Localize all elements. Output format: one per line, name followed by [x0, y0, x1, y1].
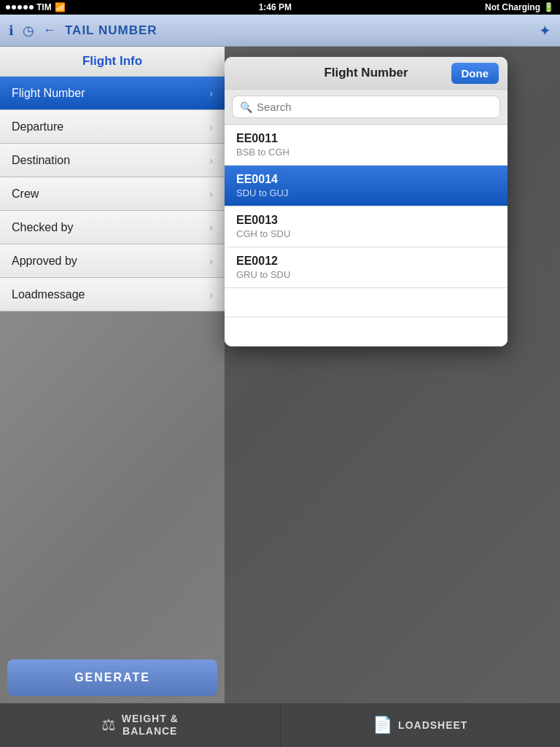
battery-icon: 🔋: [543, 2, 554, 12]
nav-bar: ℹ ◷ ← TAIL NUMBER ✦: [0, 15, 560, 47]
menu-item-approved-by[interactable]: Approved by ›: [0, 244, 225, 278]
modal-header: Flight Number Done: [225, 57, 508, 90]
sun-icon[interactable]: ✦: [539, 22, 551, 39]
chevron-right-icon: ›: [209, 155, 213, 166]
status-left: TIM 📶: [6, 2, 66, 12]
search-icon: 🔍: [240, 101, 252, 113]
chevron-right-icon: ›: [209, 255, 213, 267]
flight-item-ee0013[interactable]: EE0013 CGH to SDU: [225, 206, 508, 247]
menu-item-crew[interactable]: Crew ›: [0, 177, 225, 211]
chevron-right-icon: ›: [209, 88, 213, 99]
modal-title: Flight Number: [324, 66, 408, 80]
tab-loadsheet-label: LOADSHEET: [398, 719, 467, 732]
tab-loadsheet[interactable]: 📄 LOADSHEET: [281, 703, 561, 747]
menu-item-label: Destination: [12, 154, 70, 167]
flight-number: EE0013: [236, 214, 496, 227]
menu-item-departure[interactable]: Departure ›: [0, 110, 225, 144]
wifi-icon: 📶: [55, 2, 66, 12]
menu-item-destination[interactable]: Destination ›: [0, 144, 225, 177]
flight-info-title: Flight Info: [82, 54, 142, 68]
tab-bar: ⚖ WEIGHT &BALANCE 📄 LOADSHEET: [0, 703, 560, 747]
clock-icon[interactable]: ◷: [23, 23, 34, 39]
carrier-label: TIM: [36, 2, 52, 12]
battery-label: Not Charging: [485, 2, 540, 12]
flight-route: CGH to SDU: [236, 228, 496, 239]
generate-button[interactable]: GENERATE: [7, 659, 217, 696]
chevron-right-icon: ›: [209, 289, 213, 301]
menu-item-loadmessage[interactable]: Loadmessage ›: [0, 278, 225, 311]
flight-number: EE0011: [236, 132, 496, 145]
nav-title: TAIL NUMBER: [65, 23, 158, 38]
status-bar: TIM 📶 1:46 PM Not Charging 🔋: [0, 0, 560, 15]
main-content: Flight Info Flight Number › Departure › …: [0, 47, 560, 703]
chevron-right-icon: ›: [209, 188, 213, 200]
menu-list: Flight Number › Departure › Destination …: [0, 77, 225, 652]
left-panel: Flight Info Flight Number › Departure › …: [0, 47, 225, 703]
modal-search: 🔍: [225, 90, 508, 124]
menu-item-flight-number[interactable]: Flight Number ›: [0, 77, 225, 110]
flight-item-ee0011[interactable]: EE0011 BSB to CGH: [225, 125, 508, 166]
info-icon[interactable]: ℹ: [9, 23, 14, 39]
flight-list: EE0011 BSB to CGH EE0014 SDU to GUJ EE00…: [225, 124, 508, 347]
menu-item-label: Checked by: [12, 221, 74, 234]
flight-number: EE0012: [236, 255, 496, 268]
search-input-wrapper: 🔍: [232, 96, 500, 118]
chevron-right-icon: ›: [209, 121, 213, 133]
flight-route: SDU to GUJ: [236, 187, 496, 198]
flight-number: EE0014: [236, 173, 496, 186]
menu-item-label: Flight Number: [12, 87, 85, 100]
flight-empty-row: [225, 288, 508, 317]
weight-balance-icon: ⚖: [101, 716, 116, 735]
signal-dots: [6, 5, 34, 9]
modal-popup: Flight Number Done 🔍 EE0011 BSB to CGH E…: [225, 57, 508, 347]
flight-item-ee0014[interactable]: EE0014 SDU to GUJ: [225, 166, 508, 206]
menu-item-label: Departure: [12, 120, 63, 133]
menu-item-label: Crew: [12, 187, 39, 201]
loadsheet-icon: 📄: [373, 716, 392, 735]
tab-weight-balance-label: WEIGHT &BALANCE: [122, 713, 179, 738]
search-input[interactable]: [257, 101, 492, 113]
chevron-right-icon: ›: [209, 222, 213, 233]
back-icon[interactable]: ←: [43, 23, 56, 38]
generate-btn-area: GENERATE: [0, 652, 225, 703]
flight-route: BSB to CGH: [236, 147, 496, 158]
flight-info-header: Flight Info: [0, 47, 225, 77]
flight-route: GRU to SDU: [236, 269, 496, 280]
menu-item-label: Loadmessage: [12, 288, 85, 301]
tab-weight-balance[interactable]: ⚖ WEIGHT &BALANCE: [0, 703, 281, 747]
menu-item-checked-by[interactable]: Checked by ›: [0, 211, 225, 244]
menu-item-label: Approved by: [12, 255, 77, 268]
status-right: Not Charging 🔋: [485, 2, 554, 12]
flight-item-ee0012[interactable]: EE0012 GRU to SDU: [225, 247, 508, 288]
done-button[interactable]: Done: [451, 63, 499, 84]
time-label: 1:46 PM: [259, 2, 292, 12]
right-area: Flight Number Done 🔍 EE0011 BSB to CGH E…: [225, 47, 560, 703]
flight-empty-row-2: [225, 317, 508, 347]
